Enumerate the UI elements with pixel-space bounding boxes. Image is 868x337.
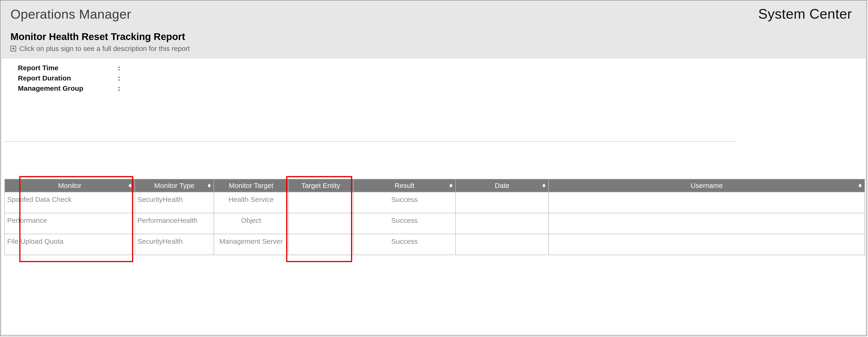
table-row[interactable]: Spoofed Data Check SecurityHealth Health… <box>5 192 865 213</box>
col-date-label: Date <box>495 182 509 189</box>
report-title: Monitor Health Reset Tracking Report <box>10 31 857 42</box>
table-header-row: Monitor Monitor Type Monitor Target Targ… <box>5 179 865 192</box>
cell-result: Success <box>353 234 456 255</box>
report-table: Monitor Monitor Type Monitor Target Targ… <box>4 179 865 255</box>
cell-target-entity <box>288 213 353 234</box>
cell-target-entity <box>288 234 353 255</box>
cell-result: Success <box>353 192 456 213</box>
cell-username <box>549 234 865 255</box>
report-header: Operations Manager System Center Monitor… <box>2 2 865 58</box>
cell-monitor-target: Health Service <box>214 192 288 213</box>
brand-row: Operations Manager System Center <box>10 6 857 22</box>
report-title-row: Monitor Health Reset Tracking Report <box>10 31 857 42</box>
colon-separator: : <box>118 74 125 82</box>
section-divider <box>4 141 737 142</box>
cell-date <box>456 213 549 234</box>
meta-report-duration: Report Duration : <box>18 74 857 82</box>
table-row[interactable]: Performance PerformanceHealth Object Suc… <box>5 213 865 234</box>
cell-monitor-target: Object <box>214 213 288 234</box>
col-monitor-type-label: Monitor Type <box>154 182 194 189</box>
cell-username <box>549 213 865 234</box>
meta-management-group: Management Group : <box>18 85 857 92</box>
report-meta: Report Time : Report Duration : Manageme… <box>2 58 865 92</box>
col-result[interactable]: Result <box>353 179 456 192</box>
sort-icon[interactable] <box>450 184 453 188</box>
col-username[interactable]: Username <box>549 179 865 192</box>
cell-date <box>456 234 549 255</box>
cell-monitor: File Upload Quota <box>5 234 135 255</box>
col-monitor-target-label: Monitor Target <box>229 182 273 189</box>
system-center-label: System Center <box>758 6 852 22</box>
col-target-entity[interactable]: Target Entity <box>288 179 353 192</box>
col-date[interactable]: Date <box>456 179 549 192</box>
report-time-label: Report Time <box>18 64 118 72</box>
sort-icon[interactable] <box>542 184 546 188</box>
cell-monitor-type: SecurityHealth <box>135 234 214 255</box>
report-duration-label: Report Duration <box>18 74 118 82</box>
cell-target-entity <box>288 192 353 213</box>
colon-separator: : <box>118 85 125 92</box>
col-monitor[interactable]: Monitor <box>5 179 135 192</box>
report-window: Operations Manager System Center Monitor… <box>0 0 867 336</box>
cell-date <box>456 192 549 213</box>
description-hint-row: + Click on plus sign to see a full descr… <box>10 45 857 53</box>
management-group-label: Management Group <box>18 85 118 92</box>
colon-separator: : <box>118 64 125 72</box>
description-hint-text: Click on plus sign to see a full descrip… <box>19 45 190 53</box>
expand-description-icon[interactable]: + <box>10 46 16 52</box>
sort-icon[interactable] <box>859 184 862 188</box>
report-table-wrap: Monitor Monitor Type Monitor Target Targ… <box>2 179 865 255</box>
report-canvas: Operations Manager System Center Monitor… <box>1 1 866 335</box>
col-result-label: Result <box>395 182 414 189</box>
col-monitor-type[interactable]: Monitor Type <box>135 179 214 192</box>
cell-monitor-type: PerformanceHealth <box>135 213 214 234</box>
col-monitor-label: Monitor <box>58 182 81 189</box>
col-username-label: Username <box>691 182 723 189</box>
cell-monitor-type: SecurityHealth <box>135 192 214 213</box>
cell-monitor: Performance <box>5 213 135 234</box>
ops-manager-label: Operations Manager <box>10 6 131 22</box>
col-target-entity-label: Target Entity <box>302 182 340 189</box>
sort-icon[interactable] <box>129 184 132 188</box>
cell-monitor-target: Management Server <box>214 234 288 255</box>
col-monitor-target[interactable]: Monitor Target <box>214 179 288 192</box>
table-row[interactable]: File Upload Quota SecurityHealth Managem… <box>5 234 865 255</box>
meta-report-time: Report Time : <box>18 64 857 72</box>
cell-username <box>549 192 865 213</box>
cell-monitor: Spoofed Data Check <box>5 192 135 213</box>
cell-result: Success <box>353 213 456 234</box>
sort-icon[interactable] <box>208 184 211 188</box>
